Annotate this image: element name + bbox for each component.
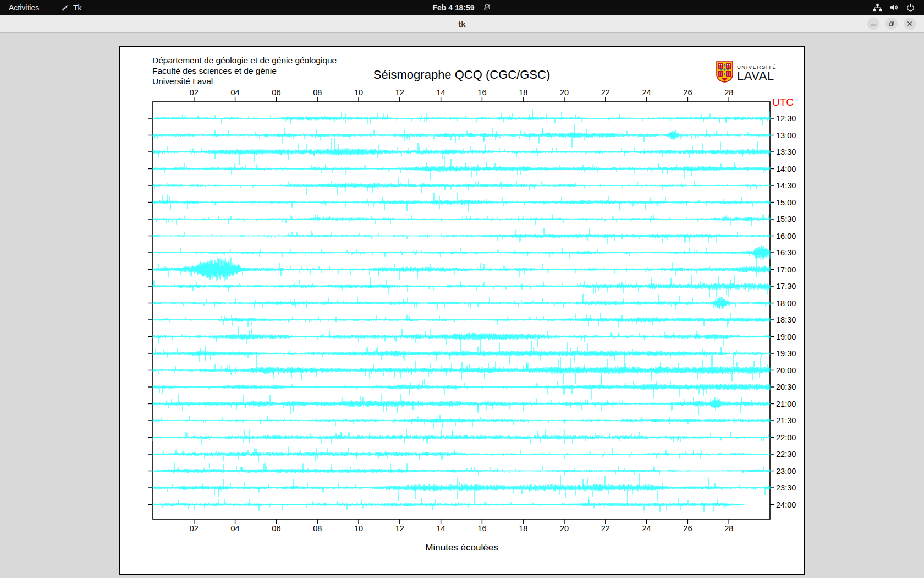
svg-text:12: 12 bbox=[395, 524, 404, 533]
svg-text:08: 08 bbox=[313, 524, 322, 533]
seismogram-trace bbox=[153, 178, 770, 195]
svg-text:06: 06 bbox=[272, 524, 280, 533]
svg-text:18: 18 bbox=[519, 88, 527, 97]
svg-text:13:00: 13:00 bbox=[776, 131, 796, 140]
svg-text:08: 08 bbox=[313, 88, 322, 97]
svg-text:24:00: 24:00 bbox=[776, 500, 796, 509]
seismogram-trace bbox=[153, 313, 770, 328]
tk-window-content: Département de géologie et de génie géol… bbox=[0, 33, 924, 578]
svg-text:18:30: 18:30 bbox=[776, 315, 796, 324]
seismogram-trace bbox=[153, 447, 770, 462]
svg-text:21:30: 21:30 bbox=[776, 416, 796, 425]
seismogram-trace bbox=[153, 497, 743, 512]
svg-text:14:00: 14:00 bbox=[776, 165, 796, 173]
svg-text:20:00: 20:00 bbox=[776, 366, 796, 375]
minimize-button[interactable] bbox=[867, 18, 879, 30]
seismogram-trace bbox=[153, 326, 770, 353]
svg-text:16:00: 16:00 bbox=[776, 232, 796, 241]
clock-area[interactable]: Feb 4 18:59 bbox=[0, 0, 924, 15]
svg-text:10: 10 bbox=[354, 88, 363, 97]
seismograph-plot: 0202040406060808101012121414161618182020… bbox=[120, 47, 804, 574]
svg-text:12:30: 12:30 bbox=[776, 114, 796, 123]
svg-text:17:30: 17:30 bbox=[776, 282, 796, 291]
svg-text:20:30: 20:30 bbox=[776, 383, 796, 391]
svg-text:24: 24 bbox=[642, 524, 651, 533]
wired-network-icon bbox=[873, 3, 882, 12]
x-axis-title: Minutes écoulées bbox=[120, 542, 804, 553]
seismogram-trace bbox=[153, 110, 770, 126]
seismogram-trace bbox=[153, 124, 770, 148]
power-icon bbox=[906, 3, 915, 12]
volume-icon bbox=[889, 3, 899, 12]
svg-text:16: 16 bbox=[477, 88, 486, 97]
svg-text:20: 20 bbox=[560, 88, 569, 97]
seismogram-trace bbox=[153, 394, 770, 415]
svg-text:26: 26 bbox=[683, 524, 692, 533]
svg-text:22: 22 bbox=[601, 524, 610, 533]
seismogram-trace bbox=[153, 246, 770, 260]
svg-text:20: 20 bbox=[560, 524, 569, 533]
svg-text:02: 02 bbox=[190, 524, 199, 533]
svg-text:14:30: 14:30 bbox=[776, 181, 796, 190]
svg-text:18:00: 18:00 bbox=[776, 299, 796, 308]
svg-text:23:30: 23:30 bbox=[776, 483, 796, 492]
seismogram-trace bbox=[153, 138, 770, 165]
svg-text:28: 28 bbox=[724, 88, 733, 97]
seismogram-trace bbox=[153, 379, 770, 399]
svg-text:23:00: 23:00 bbox=[776, 467, 796, 476]
svg-text:06: 06 bbox=[272, 88, 280, 97]
svg-text:02: 02 bbox=[190, 88, 199, 97]
svg-text:04: 04 bbox=[231, 88, 240, 97]
svg-text:24: 24 bbox=[642, 88, 651, 97]
minimize-icon bbox=[870, 20, 877, 27]
seismogram-trace bbox=[153, 462, 770, 475]
svg-text:16: 16 bbox=[477, 524, 486, 533]
svg-text:22:30: 22:30 bbox=[776, 450, 796, 459]
seismograph-canvas: Département de géologie et de génie géol… bbox=[119, 46, 805, 575]
svg-text:22: 22 bbox=[601, 88, 610, 97]
seismogram-trace bbox=[153, 156, 770, 180]
svg-text:14: 14 bbox=[437, 524, 446, 533]
window-title: tk bbox=[0, 15, 924, 32]
svg-text:10: 10 bbox=[354, 524, 363, 533]
seismogram-trace bbox=[153, 275, 770, 298]
svg-text:26: 26 bbox=[683, 88, 692, 97]
seismogram-trace bbox=[153, 193, 770, 212]
seismogram-trace bbox=[153, 255, 770, 281]
clock-label: Feb 4 18:59 bbox=[432, 3, 474, 12]
svg-text:04: 04 bbox=[231, 524, 240, 533]
maximize-button[interactable] bbox=[886, 18, 898, 30]
svg-text:15:00: 15:00 bbox=[776, 198, 796, 207]
svg-text:21:00: 21:00 bbox=[776, 400, 796, 408]
system-top-bar: Activities Tk Feb 4 18:59 bbox=[0, 0, 924, 15]
svg-text:14: 14 bbox=[437, 88, 446, 97]
window-titlebar[interactable]: tk bbox=[0, 15, 924, 33]
svg-text:15:30: 15:30 bbox=[776, 215, 796, 223]
close-icon bbox=[906, 20, 913, 27]
seismogram-trace bbox=[153, 340, 770, 365]
seismogram-trace bbox=[153, 294, 770, 309]
svg-text:16:30: 16:30 bbox=[776, 248, 796, 257]
svg-text:12: 12 bbox=[395, 88, 404, 97]
seismogram-trace bbox=[153, 228, 770, 244]
svg-text:18: 18 bbox=[519, 524, 527, 533]
notifications-disabled-bell-icon bbox=[482, 3, 492, 12]
svg-text:19:00: 19:00 bbox=[776, 332, 796, 341]
close-button[interactable] bbox=[904, 18, 916, 30]
seismogram-trace bbox=[153, 415, 770, 429]
svg-text:19:30: 19:30 bbox=[776, 349, 796, 358]
window-controls bbox=[867, 18, 916, 30]
svg-text:13:30: 13:30 bbox=[776, 148, 796, 156]
svg-text:22:00: 22:00 bbox=[776, 433, 796, 442]
maximize-icon bbox=[888, 20, 895, 27]
svg-text:17:00: 17:00 bbox=[776, 265, 796, 274]
seismogram-trace bbox=[153, 473, 770, 503]
seismogram-trace bbox=[153, 214, 770, 226]
seismogram-trace bbox=[153, 429, 770, 445]
seismogram-trace bbox=[153, 355, 770, 384]
svg-text:28: 28 bbox=[724, 524, 733, 533]
system-tray[interactable] bbox=[873, 0, 915, 15]
